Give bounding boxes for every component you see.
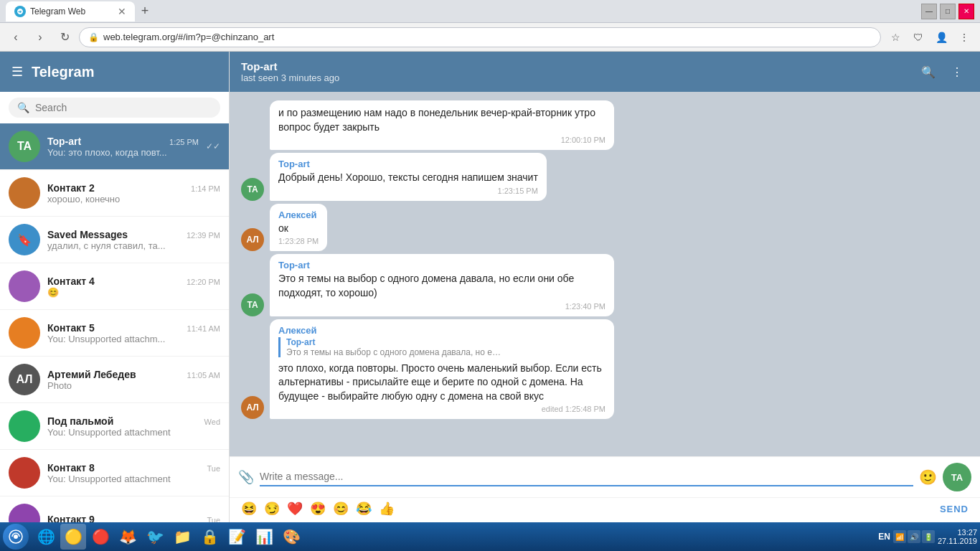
chat-preview: You: это плохо, когда повт... — [47, 147, 199, 158]
chat-item[interactable]: АЛ Артемий Лебедев 11:05 AM Photo — [0, 357, 229, 403]
message-bubble: Алексей ок 1:23:28 PM — [270, 204, 327, 252]
msg-sender: Top-art — [278, 159, 538, 169]
msg-text: ок — [278, 222, 319, 236]
svg-point-1 — [14, 534, 18, 539]
taskbar-apps: 🌐 🟡 🔴 🦊 🐦 📁 🔒 📝 📊 🎨 — [33, 524, 874, 550]
browser-titlebar: Telegram Web ✕ + — □ ✕ — [0, 0, 980, 23]
chat-name-row: Артемий Лебедев 11:05 AM — [47, 369, 220, 380]
active-tab[interactable]: Telegram Web ✕ — [6, 1, 135, 22]
browser-navbar: ‹ › ↻ 🔒 web.telegram.org/#/im?p=@chinzan… — [0, 23, 980, 52]
msg-text: и по размещению нам надо в понедельник в… — [278, 106, 606, 134]
msg-sender: Алексей — [278, 325, 606, 336]
chat-time: 1:14 PM — [191, 184, 220, 193]
chat-item[interactable]: Контакт 2 1:14 PM хорошо, конечно — [0, 170, 229, 217]
emoji-button[interactable]: 🙂 — [919, 468, 937, 486]
chat-info: Saved Messages 12:39 PM удалил, с нуля с… — [47, 229, 220, 251]
chat-item[interactable]: 🔖 Saved Messages 12:39 PM удалил, с нуля… — [0, 217, 229, 263]
emoji-toolbar-item[interactable]: 👍 — [379, 501, 395, 517]
bookmark-button[interactable]: ☆ — [885, 27, 905, 47]
emoji-toolbar-item[interactable]: 😍 — [310, 501, 326, 517]
chat-item[interactable]: TA Top-art 1:25 PM You: это плохо, когда… — [0, 123, 229, 170]
window-controls: — □ ✕ — [921, 4, 974, 19]
emoji-toolbar-item[interactable]: ❤️ — [287, 501, 303, 517]
taskbar-photoshop[interactable]: 🎨 — [278, 524, 304, 550]
telegram-logo: Telegram — [32, 64, 217, 80]
taskbar-ie[interactable]: 🌐 — [33, 524, 59, 550]
chat-preview: You: Unsupported attachment — [47, 474, 220, 484]
chat-time: 12:20 PM — [187, 278, 220, 286]
tab-title: Telegram Web — [30, 6, 113, 17]
chat-preview: Photo — [47, 380, 220, 391]
chat-item[interactable]: Контакт 8 Tue You: Unsupported attachmen… — [0, 450, 229, 496]
emoji-toolbar-item[interactable]: 😆 — [241, 501, 257, 517]
close-button[interactable]: ✕ — [958, 4, 974, 19]
send-button[interactable]: SEND — [940, 504, 969, 514]
msg-time: 1:23:15 PM — [278, 187, 538, 195]
emoji-toolbar-item[interactable]: 😏 — [264, 501, 280, 517]
search-chat-button[interactable]: 🔍 — [917, 60, 940, 83]
avatar — [9, 457, 40, 489]
minimize-button[interactable]: — — [921, 4, 937, 19]
menu-button[interactable]: ⋮ — [954, 27, 974, 47]
header-actions: 🔍 ⋮ — [917, 60, 969, 83]
chat-preview: You: Unsupported attachm... — [47, 334, 220, 344]
emoji-toolbar: 😆😏❤️😍😊😂👍SEND — [230, 497, 980, 522]
new-tab-button[interactable]: + — [135, 1, 155, 22]
volume-icon: 🔊 — [908, 530, 920, 543]
sidebar: ☰ Telegram 🔍 TA Top-art 1:25 PM You: это… — [0, 52, 230, 522]
chat-name: Top-art — [47, 136, 81, 147]
message-bubble: Top-art Это я темы на выбор с одного дом… — [270, 254, 614, 316]
address-bar[interactable]: 🔒 web.telegram.org/#/im?p=@chinzano_art — [79, 27, 881, 47]
maximize-button[interactable]: □ — [940, 4, 956, 19]
chat-item[interactable]: Контакт 9 Tue — [0, 496, 229, 522]
send-avatar[interactable]: TA — [943, 463, 971, 491]
chat-name: Контакт 8 — [47, 462, 95, 474]
taskbar-opera[interactable]: 🔴 — [88, 524, 113, 550]
app-container: ☰ Telegram 🔍 TA Top-art 1:25 PM You: это… — [0, 52, 980, 522]
chat-main: Top-art last seen 3 minutes ago 🔍 ⋮ и по… — [230, 52, 980, 522]
chat-item[interactable]: Контакт 4 12:20 PM 😊 — [0, 263, 229, 310]
sidebar-header: ☰ Telegram — [0, 52, 229, 92]
message-input[interactable] — [260, 468, 913, 486]
chat-name: Saved Messages — [47, 229, 128, 240]
chat-name: Контакт 4 — [47, 276, 95, 287]
chat-header: Top-art last seen 3 minutes ago 🔍 ⋮ — [230, 52, 980, 92]
chat-name: Контакт 2 — [47, 182, 95, 194]
search-icon: 🔍 — [17, 102, 29, 113]
hamburger-button[interactable]: ☰ — [11, 64, 23, 80]
chat-preview: хорошо, конечно — [47, 194, 220, 204]
emoji-toolbar-item[interactable]: 😊 — [333, 501, 349, 517]
profile-button[interactable]: 👤 — [931, 27, 951, 47]
taskbar-chrome[interactable]: 🟡 — [60, 524, 86, 550]
chat-item[interactable]: Под пальмой Wed You: Unsupported attachm… — [0, 403, 229, 450]
search-box[interactable]: 🔍 — [9, 98, 220, 118]
forward-button[interactable]: › — [30, 27, 50, 47]
message-bubble: Top-art Добрый день! Хорошо, тексты сего… — [270, 153, 547, 201]
taskbar-explorer[interactable]: 📁 — [169, 524, 195, 550]
chat-info: Под пальмой Wed You: Unsupported attachm… — [47, 415, 220, 438]
chat-item[interactable]: Контакт 5 11:41 AM You: Unsupported atta… — [0, 310, 229, 357]
more-options-button[interactable]: ⋮ — [946, 60, 969, 83]
avatar — [9, 177, 40, 209]
taskbar-lock[interactable]: 🔒 — [197, 524, 222, 550]
attach-file-button[interactable]: 📎 — [238, 469, 254, 485]
start-button[interactable] — [3, 524, 29, 550]
tab-close-button[interactable]: ✕ — [118, 6, 126, 17]
message-wrapper: TA Top-art Это я темы на выбор с одного … — [241, 254, 969, 316]
read-check: ✓✓ — [206, 141, 220, 151]
chat-info: Контакт 4 12:20 PM 😊 — [47, 276, 220, 298]
taskbar-word[interactable]: 📝 — [224, 524, 250, 550]
msg-sender: Top-art — [278, 260, 606, 270]
taskbar-sys-icons: 📶 🔊 🔋 — [893, 530, 935, 543]
avatar — [9, 317, 40, 349]
search-input[interactable] — [35, 102, 212, 113]
taskbar-firefox[interactable]: 🦊 — [115, 524, 141, 550]
taskbar-app5[interactable]: 🐦 — [142, 524, 168, 550]
back-button[interactable]: ‹ — [6, 27, 26, 47]
emoji-toolbar-item[interactable]: 😂 — [356, 501, 372, 517]
taskbar-excel[interactable]: 📊 — [251, 524, 277, 550]
reload-button[interactable]: ↻ — [55, 27, 75, 47]
reply-name: Top-art — [286, 337, 606, 347]
msg-text: Это я темы на выбор с одного домена дава… — [278, 272, 606, 300]
messages-container: и по размещению нам надо в понедельник в… — [230, 92, 980, 456]
